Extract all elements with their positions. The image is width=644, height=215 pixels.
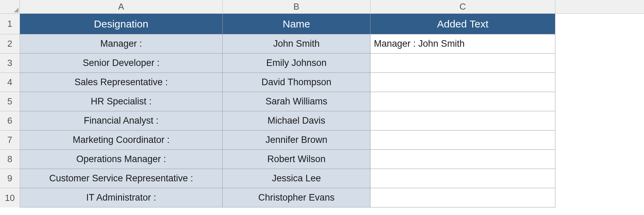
row-header-7[interactable]: 7 xyxy=(0,131,20,150)
cell-a1[interactable]: Designation xyxy=(20,14,223,34)
cell-b6[interactable]: Michael Davis xyxy=(223,111,370,131)
row-header-6[interactable]: 6 xyxy=(0,111,20,131)
cell-c10[interactable] xyxy=(370,188,555,207)
cell-extra-4[interactable] xyxy=(555,73,644,92)
cell-c3[interactable] xyxy=(370,54,555,73)
column-header-extra xyxy=(555,0,644,14)
cell-b2[interactable]: John Smith xyxy=(223,34,370,54)
table-row: 9 Customer Service Representative : Jess… xyxy=(0,169,644,188)
row-header-9[interactable]: 9 xyxy=(0,169,20,188)
column-header-c[interactable]: C xyxy=(370,0,555,14)
cell-c9[interactable] xyxy=(370,169,555,188)
column-header-b[interactable]: B xyxy=(223,0,370,14)
cell-b5[interactable]: Sarah Williams xyxy=(223,92,370,111)
table-row: 1 Designation Name Added Text xyxy=(0,14,644,34)
cell-a9[interactable]: Customer Service Representative : xyxy=(20,169,223,188)
cell-a7[interactable]: Marketing Coordinator : xyxy=(20,131,223,150)
cell-b3[interactable]: Emily Johnson xyxy=(223,54,370,73)
cell-b9[interactable]: Jessica Lee xyxy=(223,169,370,188)
cell-extra-1[interactable] xyxy=(555,14,644,34)
row-header-10[interactable]: 10 xyxy=(0,188,20,207)
cell-a3[interactable]: Senior Developer : xyxy=(20,54,223,73)
cell-a2[interactable]: Manager : xyxy=(20,34,223,54)
row-header-3[interactable]: 3 xyxy=(0,54,20,73)
select-all-corner[interactable] xyxy=(0,0,20,14)
cell-extra-9[interactable] xyxy=(555,169,644,188)
cell-c2[interactable]: Manager : John Smith xyxy=(370,34,555,54)
column-header-row: A B C xyxy=(0,0,644,14)
table-row: 8 Operations Manager : Robert Wilson xyxy=(0,150,644,169)
cell-c4[interactable] xyxy=(370,73,555,92)
cell-c8[interactable] xyxy=(370,150,555,169)
row-header-2[interactable]: 2 xyxy=(0,34,20,54)
row-header-4[interactable]: 4 xyxy=(0,73,20,92)
cell-b7[interactable]: Jennifer Brown xyxy=(223,131,370,150)
row-header-1[interactable]: 1 xyxy=(0,14,20,34)
cell-extra-6[interactable] xyxy=(555,111,644,131)
table-row: 3 Senior Developer : Emily Johnson xyxy=(0,54,644,73)
cell-a5[interactable]: HR Specialist : xyxy=(20,92,223,111)
cell-b4[interactable]: David Thompson xyxy=(223,73,370,92)
column-header-a[interactable]: A xyxy=(20,0,223,14)
cell-b1[interactable]: Name xyxy=(223,14,370,34)
table-row: 6 Financial Analyst : Michael Davis xyxy=(0,111,644,131)
row-header-5[interactable]: 5 xyxy=(0,92,20,111)
cell-a4[interactable]: Sales Representative : xyxy=(20,73,223,92)
spreadsheet-grid: A B C 1 Designation Name Added Text 2 Ma… xyxy=(0,0,644,207)
table-row: 7 Marketing Coordinator : Jennifer Brown xyxy=(0,131,644,150)
table-row: 5 HR Specialist : Sarah Williams xyxy=(0,92,644,111)
cell-a10[interactable]: IT Administrator : xyxy=(20,188,223,207)
cell-b10[interactable]: Christopher Evans xyxy=(223,188,370,207)
cell-extra-5[interactable] xyxy=(555,92,644,111)
table-row: 2 Manager : John Smith Manager : John Sm… xyxy=(0,34,644,54)
cell-extra-10[interactable] xyxy=(555,188,644,207)
cell-c5[interactable] xyxy=(370,92,555,111)
cell-extra-3[interactable] xyxy=(555,54,644,73)
cell-c1[interactable]: Added Text xyxy=(370,14,555,34)
cell-c6[interactable] xyxy=(370,111,555,131)
cell-b8[interactable]: Robert Wilson xyxy=(223,150,370,169)
row-header-8[interactable]: 8 xyxy=(0,150,20,169)
cell-extra-2[interactable] xyxy=(555,34,644,54)
table-row: 10 IT Administrator : Christopher Evans xyxy=(0,188,644,207)
cell-extra-7[interactable] xyxy=(555,131,644,150)
table-row: 4 Sales Representative : David Thompson xyxy=(0,73,644,92)
cell-a6[interactable]: Financial Analyst : xyxy=(20,111,223,131)
cell-a8[interactable]: Operations Manager : xyxy=(20,150,223,169)
cell-c7[interactable] xyxy=(370,131,555,150)
cell-extra-8[interactable] xyxy=(555,150,644,169)
